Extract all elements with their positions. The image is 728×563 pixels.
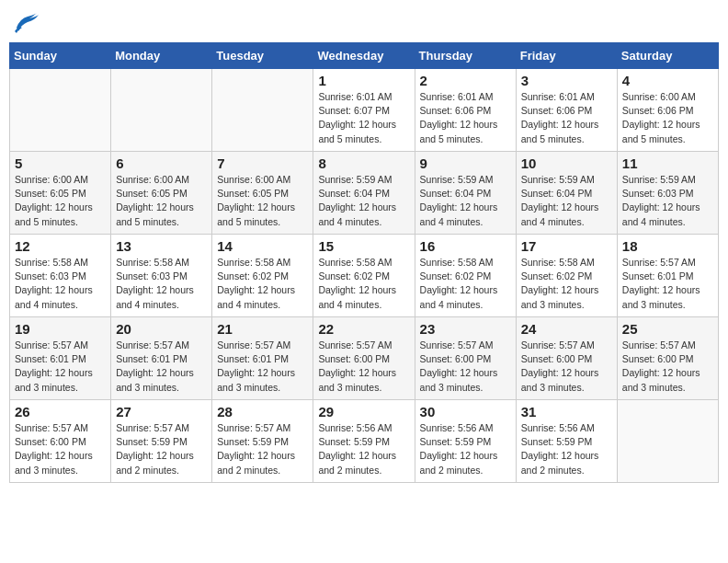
table-cell: 24Sunrise: 5:57 AM Sunset: 6:00 PM Dayli… [516, 317, 617, 400]
table-cell [617, 400, 718, 483]
table-cell: 30Sunrise: 5:56 AM Sunset: 5:59 PM Dayli… [415, 400, 516, 483]
day-info: Sunrise: 5:59 AM Sunset: 6:04 PM Dayligh… [521, 173, 612, 229]
day-info: Sunrise: 5:57 AM Sunset: 6:00 PM Dayligh… [622, 339, 713, 395]
table-cell: 4Sunrise: 6:00 AM Sunset: 6:06 PM Daylig… [617, 69, 718, 152]
day-number: 31 [521, 404, 612, 419]
table-cell: 5Sunrise: 6:00 AM Sunset: 6:05 PM Daylig… [10, 152, 111, 235]
day-info: Sunrise: 6:00 AM Sunset: 6:05 PM Dayligh… [116, 173, 207, 229]
day-number: 19 [15, 321, 106, 337]
day-number: 29 [318, 404, 409, 419]
day-number: 5 [15, 155, 106, 171]
day-info: Sunrise: 5:58 AM Sunset: 6:02 PM Dayligh… [521, 256, 612, 312]
day-info: Sunrise: 5:58 AM Sunset: 6:02 PM Dayligh… [420, 256, 511, 312]
header-saturday: Saturday [617, 43, 718, 69]
week-row-3: 12Sunrise: 5:58 AM Sunset: 6:03 PM Dayli… [10, 235, 719, 317]
header-sunday: Sunday [10, 43, 111, 69]
day-number: 4 [622, 73, 713, 88]
day-number: 3 [521, 73, 612, 88]
table-cell: 8Sunrise: 5:59 AM Sunset: 6:04 PM Daylig… [313, 152, 415, 235]
day-number: 2 [420, 73, 511, 88]
day-info: Sunrise: 6:00 AM Sunset: 6:05 PM Dayligh… [15, 173, 106, 229]
day-number: 18 [622, 238, 713, 254]
logo [9, 9, 42, 35]
header-tuesday: Tuesday [212, 43, 313, 69]
table-cell: 23Sunrise: 5:57 AM Sunset: 6:00 PM Dayli… [415, 317, 516, 400]
table-cell: 22Sunrise: 5:57 AM Sunset: 6:00 PM Dayli… [313, 317, 415, 400]
day-number: 25 [622, 321, 713, 337]
week-row-1: 1Sunrise: 6:01 AM Sunset: 6:07 PM Daylig… [10, 69, 719, 152]
table-cell [10, 69, 111, 152]
day-number: 6 [116, 155, 207, 171]
day-info: Sunrise: 6:01 AM Sunset: 6:07 PM Dayligh… [318, 90, 409, 146]
day-info: Sunrise: 5:56 AM Sunset: 5:59 PM Dayligh… [318, 421, 409, 477]
day-info: Sunrise: 5:57 AM Sunset: 6:01 PM Dayligh… [217, 339, 308, 395]
day-info: Sunrise: 5:57 AM Sunset: 6:01 PM Dayligh… [15, 339, 106, 395]
day-number: 16 [420, 238, 511, 254]
day-info: Sunrise: 6:01 AM Sunset: 6:06 PM Dayligh… [420, 90, 511, 146]
day-info: Sunrise: 5:57 AM Sunset: 5:59 PM Dayligh… [116, 421, 207, 477]
table-cell: 10Sunrise: 5:59 AM Sunset: 6:04 PM Dayli… [516, 152, 617, 235]
day-info: Sunrise: 5:59 AM Sunset: 6:04 PM Dayligh… [420, 173, 511, 229]
header-row: SundayMondayTuesdayWednesdayThursdayFrid… [10, 43, 719, 69]
day-info: Sunrise: 5:59 AM Sunset: 6:04 PM Dayligh… [318, 173, 409, 229]
table-cell: 13Sunrise: 5:58 AM Sunset: 6:03 PM Dayli… [111, 235, 212, 317]
table-cell: 27Sunrise: 5:57 AM Sunset: 5:59 PM Dayli… [111, 400, 212, 483]
day-info: Sunrise: 5:58 AM Sunset: 6:03 PM Dayligh… [116, 256, 207, 312]
day-info: Sunrise: 5:57 AM Sunset: 6:00 PM Dayligh… [15, 421, 106, 477]
header [9, 9, 719, 35]
day-number: 11 [622, 155, 713, 171]
table-cell: 3Sunrise: 6:01 AM Sunset: 6:06 PM Daylig… [516, 69, 617, 152]
week-row-4: 19Sunrise: 5:57 AM Sunset: 6:01 PM Dayli… [10, 317, 719, 400]
header-thursday: Thursday [415, 43, 516, 69]
header-wednesday: Wednesday [313, 43, 415, 69]
day-number: 12 [15, 238, 106, 254]
table-cell [111, 69, 212, 152]
day-number: 8 [318, 155, 409, 171]
day-number: 26 [15, 404, 106, 419]
table-cell: 20Sunrise: 5:57 AM Sunset: 6:01 PM Dayli… [111, 317, 212, 400]
table-cell: 2Sunrise: 6:01 AM Sunset: 6:06 PM Daylig… [415, 69, 516, 152]
day-number: 27 [116, 404, 207, 419]
table-cell: 7Sunrise: 6:00 AM Sunset: 6:05 PM Daylig… [212, 152, 313, 235]
day-info: Sunrise: 5:56 AM Sunset: 5:59 PM Dayligh… [420, 421, 511, 477]
day-number: 9 [420, 155, 511, 171]
table-cell: 17Sunrise: 5:58 AM Sunset: 6:02 PM Dayli… [516, 235, 617, 317]
week-row-5: 26Sunrise: 5:57 AM Sunset: 6:00 PM Dayli… [10, 400, 719, 483]
table-cell: 26Sunrise: 5:57 AM Sunset: 6:00 PM Dayli… [10, 400, 111, 483]
day-info: Sunrise: 5:57 AM Sunset: 6:00 PM Dayligh… [420, 339, 511, 395]
day-number: 28 [217, 404, 308, 419]
table-cell: 29Sunrise: 5:56 AM Sunset: 5:59 PM Dayli… [313, 400, 415, 483]
table-cell: 19Sunrise: 5:57 AM Sunset: 6:01 PM Dayli… [10, 317, 111, 400]
day-number: 23 [420, 321, 511, 337]
day-info: Sunrise: 5:58 AM Sunset: 6:02 PM Dayligh… [318, 256, 409, 312]
day-info: Sunrise: 5:59 AM Sunset: 6:03 PM Dayligh… [622, 173, 713, 229]
day-info: Sunrise: 5:58 AM Sunset: 6:03 PM Dayligh… [15, 256, 106, 312]
table-cell: 15Sunrise: 5:58 AM Sunset: 6:02 PM Dayli… [313, 235, 415, 317]
logo-icon [9, 9, 39, 35]
day-info: Sunrise: 5:57 AM Sunset: 6:00 PM Dayligh… [318, 339, 409, 395]
day-info: Sunrise: 5:57 AM Sunset: 6:00 PM Dayligh… [521, 339, 612, 395]
table-cell: 16Sunrise: 5:58 AM Sunset: 6:02 PM Dayli… [415, 235, 516, 317]
table-cell: 21Sunrise: 5:57 AM Sunset: 6:01 PM Dayli… [212, 317, 313, 400]
day-info: Sunrise: 5:57 AM Sunset: 6:01 PM Dayligh… [622, 256, 713, 312]
calendar-table: SundayMondayTuesdayWednesdayThursdayFrid… [9, 42, 719, 483]
day-info: Sunrise: 5:56 AM Sunset: 5:59 PM Dayligh… [521, 421, 612, 477]
day-info: Sunrise: 6:00 AM Sunset: 6:06 PM Dayligh… [622, 90, 713, 146]
table-cell: 9Sunrise: 5:59 AM Sunset: 6:04 PM Daylig… [415, 152, 516, 235]
table-cell: 6Sunrise: 6:00 AM Sunset: 6:05 PM Daylig… [111, 152, 212, 235]
table-cell: 28Sunrise: 5:57 AM Sunset: 5:59 PM Dayli… [212, 400, 313, 483]
day-number: 21 [217, 321, 308, 337]
day-number: 1 [318, 73, 409, 88]
table-cell: 11Sunrise: 5:59 AM Sunset: 6:03 PM Dayli… [617, 152, 718, 235]
table-cell [212, 69, 313, 152]
week-row-2: 5Sunrise: 6:00 AM Sunset: 6:05 PM Daylig… [10, 152, 719, 235]
day-info: Sunrise: 5:57 AM Sunset: 5:59 PM Dayligh… [217, 421, 308, 477]
day-number: 7 [217, 155, 308, 171]
day-number: 10 [521, 155, 612, 171]
table-cell: 25Sunrise: 5:57 AM Sunset: 6:00 PM Dayli… [617, 317, 718, 400]
table-cell: 18Sunrise: 5:57 AM Sunset: 6:01 PM Dayli… [617, 235, 718, 317]
header-friday: Friday [516, 43, 617, 69]
day-info: Sunrise: 6:00 AM Sunset: 6:05 PM Dayligh… [217, 173, 308, 229]
day-number: 30 [420, 404, 511, 419]
day-number: 24 [521, 321, 612, 337]
